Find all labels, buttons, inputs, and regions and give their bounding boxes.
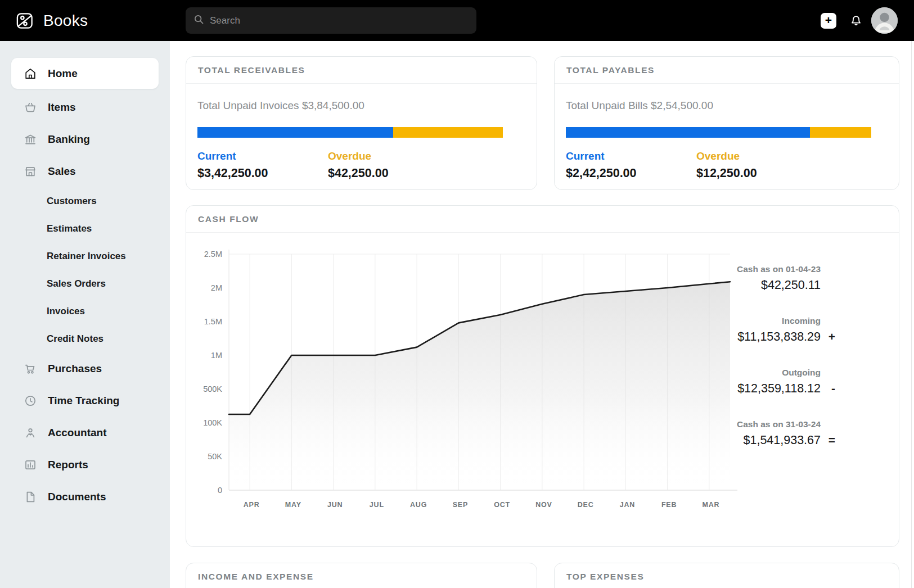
home-icon	[24, 67, 37, 80]
sidebar-item-home[interactable]: Home	[11, 58, 159, 89]
top-expenses-title: TOP EXPENSES	[566, 572, 644, 581]
receivables-progress-bar	[197, 127, 503, 138]
income-expense-card: INCOME AND EXPENSE	[186, 563, 537, 588]
user-avatar[interactable]	[871, 7, 898, 34]
stat-operator: -	[821, 382, 835, 395]
bottom-row: INCOME AND EXPENSE TOP EXPENSES	[186, 563, 914, 588]
sidebar-item-label: Purchases	[48, 363, 102, 375]
search-input[interactable]	[210, 15, 469, 26]
cash-flow-card: CASH FLOW 050K100K500K1M1.5M2M2.5MAPRMAY…	[186, 205, 899, 547]
basket-icon	[24, 101, 37, 114]
plus-icon: +	[825, 14, 832, 26]
summary-row: TOTAL RECEIVABLES Total Unpaid Invoices …	[186, 56, 914, 190]
bank-icon	[24, 133, 37, 146]
clock-icon	[24, 394, 37, 408]
bell-icon	[849, 12, 863, 29]
svg-text:100K: 100K	[203, 418, 222, 427]
sidebar-item-items[interactable]: Items	[0, 91, 170, 123]
svg-text:JUL: JUL	[370, 501, 384, 509]
sidebar-item-label: Documents	[48, 491, 106, 503]
stat-label: Cash as on 31-03-24	[735, 419, 821, 429]
cash-flow-card-header: CASH FLOW	[186, 206, 899, 233]
overdue-amount: $12,250.00	[696, 166, 827, 180]
income-expense-title: INCOME AND EXPENSE	[198, 572, 314, 581]
sidebar-subitem-estimates[interactable]: Estimates	[0, 215, 170, 242]
payables-current-segment	[566, 127, 810, 138]
overdue-label: Overdue	[696, 150, 827, 162]
sidebar-item-label: Banking	[48, 133, 90, 146]
overdue-label: Overdue	[328, 150, 458, 162]
sidebar-item-label: Items	[48, 101, 76, 114]
current-label: Current	[566, 150, 696, 162]
bar-chart-icon	[24, 458, 37, 472]
payables-title: TOTAL PAYABLES	[566, 65, 655, 75]
unpaid-bills-total: Total Unpaid Bills $2,54,500.00	[566, 99, 887, 112]
books-logo-icon	[15, 11, 34, 30]
sidebar-nav: Home Items Banking Sales CustomersEstima…	[0, 58, 170, 513]
sidebar-subitem-customers[interactable]: Customers	[0, 187, 170, 215]
overdue-amount: $42,250.00	[328, 166, 458, 180]
person-icon	[24, 426, 37, 440]
sidebar-item-reports[interactable]: Reports	[0, 449, 170, 481]
top-expenses-card: TOP EXPENSES	[554, 563, 899, 588]
sidebar-subitem-credit-notes[interactable]: Credit Notes	[0, 325, 170, 352]
svg-text:2M: 2M	[211, 283, 222, 292]
cashflow-stat-cash-as-on-01-04-23: Cash as on 01-04-23 $42,250.11	[735, 264, 835, 292]
payables-current: Current $2,42,250.00	[566, 150, 696, 180]
cash-flow-title: CASH FLOW	[198, 214, 259, 224]
stat-label: Incoming	[735, 316, 821, 326]
stat-label: Outgoing	[735, 368, 821, 378]
sidebar-item-documents[interactable]: Documents	[0, 481, 170, 513]
sidebar-item-purchases[interactable]: Purchases	[0, 352, 170, 385]
cart-icon	[24, 362, 37, 376]
svg-text:MAR: MAR	[702, 501, 719, 509]
sidebar-subitem-sales-orders[interactable]: Sales Orders	[0, 270, 170, 297]
app-title: Books	[43, 12, 88, 30]
cashflow-area-chart: 050K100K500K1M1.5M2M2.5MAPRMAYJUNJULAUGS…	[197, 243, 746, 527]
brand: Books	[15, 0, 88, 41]
sidebar-item-sales[interactable]: Sales	[0, 155, 170, 187]
stat-value: $11,153,838.29+	[735, 330, 835, 344]
svg-text:1.5M: 1.5M	[204, 317, 222, 326]
cash-flow-stats: Cash as on 01-04-23 $42,250.11 Incoming …	[735, 233, 889, 529]
svg-text:JAN: JAN	[620, 501, 635, 509]
current-amount: $2,42,250.00	[566, 166, 696, 180]
current-label: Current	[197, 150, 328, 162]
payables-progress-bar	[566, 127, 871, 138]
svg-text:NOV: NOV	[535, 501, 552, 509]
sidebar: Home Items Banking Sales CustomersEstima…	[0, 41, 170, 588]
sidebar-item-label: Accountant	[48, 427, 107, 439]
cash-flow-chart: 050K100K500K1M1.5M2M2.5MAPRMAYJUNJULAUGS…	[186, 233, 735, 529]
payables-overdue: Overdue $12,250.00	[696, 150, 827, 180]
stat-label: Cash as on 01-04-23	[735, 264, 821, 274]
stat-value: $42,250.11	[735, 278, 835, 292]
svg-text:500K: 500K	[203, 385, 222, 393]
svg-text:MAY: MAY	[285, 501, 301, 509]
add-new-button[interactable]: +	[821, 13, 836, 29]
sidebar-item-accountant[interactable]: Accountant	[0, 417, 170, 449]
receivables-overdue: Overdue $42,250.00	[328, 150, 458, 180]
stat-value: $1,541,933.67=	[735, 433, 835, 447]
svg-text:JUN: JUN	[327, 501, 343, 509]
sidebar-subitem-retainer-invoices[interactable]: Retainer Invoices	[0, 242, 170, 270]
search-box[interactable]	[186, 7, 476, 34]
svg-text:50K: 50K	[208, 452, 222, 461]
svg-text:1M: 1M	[211, 351, 222, 360]
notifications-button[interactable]	[849, 12, 863, 29]
main-content: TOTAL RECEIVABLES Total Unpaid Invoices …	[170, 41, 914, 588]
svg-text:SEP: SEP	[453, 501, 468, 509]
payables-card-header: TOTAL PAYABLES	[555, 57, 899, 84]
receivables-current: Current $3,42,250.00	[197, 150, 328, 180]
cashflow-stat-outgoing: Outgoing $12,359,118.12-	[735, 368, 835, 396]
sidebar-item-time-tracking[interactable]: Time Tracking	[0, 385, 170, 417]
svg-text:FEB: FEB	[661, 501, 677, 509]
cashflow-stat-cash-as-on-31-03-24: Cash as on 31-03-24 $1,541,933.67=	[735, 419, 835, 447]
svg-text:2.5M: 2.5M	[204, 250, 222, 259]
sidebar-item-label: Reports	[48, 459, 88, 471]
document-icon	[24, 490, 37, 504]
receivables-current-segment	[197, 127, 393, 138]
search-icon	[193, 14, 204, 27]
sidebar-item-banking[interactable]: Banking	[0, 123, 170, 155]
total-payables-card: TOTAL PAYABLES Total Unpaid Bills $2,54,…	[554, 56, 899, 190]
sidebar-subitem-invoices[interactable]: Invoices	[0, 297, 170, 325]
